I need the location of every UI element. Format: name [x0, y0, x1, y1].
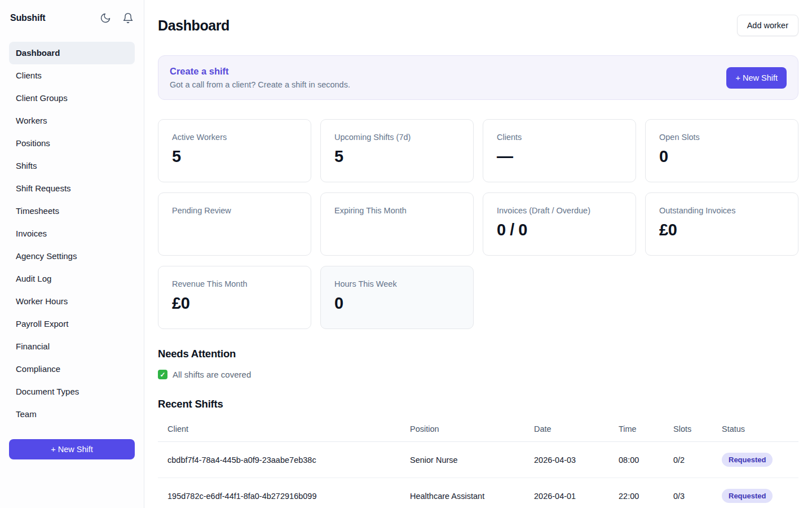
stat-label: Outstanding Invoices	[659, 206, 784, 215]
stat-label: Revenue This Month	[172, 279, 297, 288]
column-header-client: Client	[158, 418, 410, 442]
cell-position: Senior Nurse	[410, 442, 534, 478]
stat-value: £0	[659, 221, 784, 240]
sidebar-item-shift-requests[interactable]: Shift Requests	[9, 177, 135, 200]
banner-subtitle: Got a call from a client? Create a shift…	[170, 80, 350, 89]
stat-card-revenue-this-month: Revenue This Month£0	[158, 266, 311, 329]
banner-new-shift-button[interactable]: + New Shift	[726, 67, 787, 89]
sidebar-header: Subshift	[9, 12, 135, 24]
stat-value: —	[497, 147, 622, 167]
page-title: Dashboard	[158, 17, 230, 34]
stat-label: Clients	[497, 133, 622, 142]
sidebar-item-agency-settings[interactable]: Agency Settings	[9, 245, 135, 268]
sidebar-item-timesheets[interactable]: Timesheets	[9, 200, 135, 222]
stat-label: Invoices (Draft / Overdue)	[497, 206, 622, 215]
stat-card-outstanding-invoices: Outstanding Invoices£0	[645, 192, 798, 256]
stat-card-active-workers: Active Workers5	[158, 119, 311, 182]
sidebar-item-positions[interactable]: Positions	[9, 132, 135, 155]
stat-card-upcoming-shifts-7d: Upcoming Shifts (7d)5	[320, 119, 474, 182]
stat-value: 0	[334, 294, 460, 313]
column-header-time: Time	[619, 418, 673, 442]
stat-value: 0 / 0	[497, 221, 622, 240]
stat-value: 0	[659, 147, 784, 167]
column-header-status: Status	[722, 418, 798, 442]
sidebar-item-clients[interactable]: Clients	[9, 64, 135, 87]
cell-client: 195d782c-e6df-44f1-8fa0-4b272916b099	[158, 478, 410, 508]
stat-value	[172, 221, 297, 240]
column-header-slots: Slots	[673, 418, 722, 442]
sidebar-item-worker-hours[interactable]: Worker Hours	[9, 290, 135, 313]
sidebar-item-dashboard[interactable]: Dashboard	[9, 42, 135, 64]
sidebar-item-financial[interactable]: Financial	[9, 335, 135, 358]
cell-status: Requested	[722, 442, 798, 478]
status-badge: Requested	[722, 489, 773, 503]
stat-card-expiring-this-month: Expiring This Month	[320, 192, 474, 256]
moon-icon[interactable]	[100, 12, 111, 24]
stat-label: Pending Review	[172, 206, 297, 215]
table-row[interactable]: cbdbf7f4-78a4-445b-a0f9-23aabe7eb38cSeni…	[158, 442, 798, 478]
sidebar-item-compliance[interactable]: Compliance	[9, 358, 135, 380]
stat-card-open-slots: Open Slots0	[645, 119, 798, 182]
stat-value	[334, 221, 460, 240]
stats-grid: Active Workers5Upcoming Shifts (7d)5Clie…	[158, 119, 798, 329]
stat-label: Expiring This Month	[334, 206, 460, 215]
brand-title: Subshift	[10, 13, 45, 23]
recent-shifts-table: ClientPositionDateTimeSlotsStatus cbdbf7…	[158, 418, 798, 508]
stat-label: Hours This Week	[334, 279, 460, 288]
sidebar-item-invoices[interactable]: Invoices	[9, 222, 135, 245]
banner-title: Create a shift	[170, 66, 350, 77]
bell-icon[interactable]	[122, 12, 134, 24]
column-header-date: Date	[534, 418, 619, 442]
cell-time: 08:00	[619, 442, 673, 478]
sidebar-item-team[interactable]: Team	[9, 403, 135, 426]
cell-status: Requested	[722, 478, 798, 508]
sidebar-item-client-groups[interactable]: Client Groups	[9, 87, 135, 110]
sidebar-item-audit-log[interactable]: Audit Log	[9, 268, 135, 290]
stat-value: £0	[172, 294, 297, 313]
sidebar-item-document-types[interactable]: Document Types	[9, 380, 135, 403]
stat-card-hours-this-week: Hours This Week0	[320, 266, 474, 329]
stat-value: 5	[172, 147, 297, 167]
sidebar-nav: DashboardClientsClient GroupsWorkersPosi…	[9, 42, 135, 426]
needs-attention-row: ✓ All shifts are covered	[158, 370, 798, 379]
sidebar-item-payroll-export[interactable]: Payroll Export	[9, 313, 135, 335]
check-icon: ✓	[158, 370, 167, 379]
sidebar: Subshift DashboardClientsClient GroupsWo…	[0, 0, 144, 508]
cell-date: 2026-04-01	[534, 478, 619, 508]
sidebar-item-shifts[interactable]: Shifts	[9, 155, 135, 177]
cell-position: Healthcare Assistant	[410, 478, 534, 508]
recent-shifts-title: Recent Shifts	[158, 398, 798, 410]
main-content: Dashboard Add worker Create a shift Got …	[144, 0, 812, 508]
status-badge: Requested	[722, 453, 773, 467]
table-header-row: ClientPositionDateTimeSlotsStatus	[158, 418, 798, 442]
cell-slots: 0/3	[673, 478, 722, 508]
table-row[interactable]: 195d782c-e6df-44f1-8fa0-4b272916b099Heal…	[158, 478, 798, 508]
stat-value: 5	[334, 147, 460, 167]
cell-time: 22:00	[619, 478, 673, 508]
stat-card-clients: Clients—	[483, 119, 636, 182]
cell-slots: 0/2	[673, 442, 722, 478]
add-worker-button[interactable]: Add worker	[737, 15, 798, 36]
sidebar-item-workers[interactable]: Workers	[9, 110, 135, 132]
create-shift-banner: Create a shift Got a call from a client?…	[158, 55, 798, 100]
column-header-position: Position	[410, 418, 534, 442]
cell-client: cbdbf7f4-78a4-445b-a0f9-23aabe7eb38c	[158, 442, 410, 478]
stat-card-invoices-draft-overdue: Invoices (Draft / Overdue)0 / 0	[483, 192, 636, 256]
needs-attention-title: Needs Attention	[158, 348, 798, 360]
stat-card-pending-review: Pending Review	[158, 192, 311, 256]
sidebar-new-shift-button[interactable]: + New Shift	[9, 439, 135, 459]
needs-attention-message: All shifts are covered	[173, 370, 251, 379]
banner-text: Create a shift Got a call from a client?…	[170, 66, 350, 89]
stat-label: Active Workers	[172, 133, 297, 142]
stat-label: Upcoming Shifts (7d)	[334, 133, 460, 142]
sidebar-header-icons	[100, 12, 134, 24]
main-header: Dashboard Add worker	[158, 15, 798, 36]
stat-label: Open Slots	[659, 133, 784, 142]
app-root: Subshift DashboardClientsClient GroupsWo…	[0, 0, 812, 508]
cell-date: 2026-04-03	[534, 442, 619, 478]
